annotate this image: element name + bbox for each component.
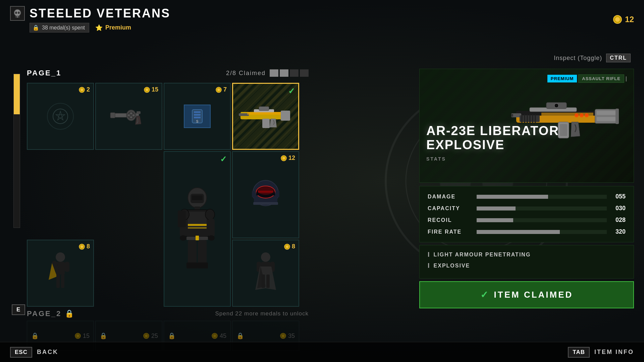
svg-point-52 — [180, 235, 186, 241]
stat-firerate-label: FIRE RATE — [428, 229, 471, 235]
svg-rect-99 — [511, 114, 513, 117]
grid-item-2[interactable]: 15 — [95, 83, 162, 150]
grid-item-3[interactable]: 7 S — [164, 83, 231, 150]
svg-rect-105 — [521, 115, 523, 123]
back-label: BACK — [37, 349, 58, 356]
svg-point-49 — [205, 209, 215, 220]
grid-item-4[interactable]: ✓ — [232, 83, 299, 150]
svg-point-53 — [208, 235, 215, 241]
svg-point-73 — [80, 245, 83, 248]
svg-point-81 — [286, 245, 288, 248]
svg-rect-69 — [252, 191, 255, 197]
weapon-tags: PREMIUM ASSAULT RIFLE | — [547, 74, 627, 83]
soldier-svg — [170, 187, 224, 271]
warbond-name: STEELED VETERANS — [30, 6, 170, 20]
svg-point-120 — [585, 113, 589, 117]
ammo-icon: S — [184, 105, 211, 128]
svg-rect-24 — [137, 111, 141, 114]
info-label: ITEM INFO — [594, 349, 634, 356]
item-content-3: S — [164, 83, 230, 149]
helmet-svg — [247, 178, 284, 212]
grid-item-8[interactable]: 8 — [232, 240, 299, 307]
svg-rect-34 — [281, 111, 290, 121]
item-content-1 — [28, 83, 93, 149]
svg-rect-37 — [259, 107, 269, 111]
page2-lock-icon: 🔒 — [65, 309, 75, 318]
medals-spent-text: 38 medal(s) spent — [42, 25, 85, 31]
stat-firerate-bar-container — [477, 230, 607, 234]
stats-panel: DAMAGE 055 CAPACITY 030 RECOIL 028 — [419, 186, 634, 242]
page2-lock-2: 🔒 — [100, 332, 107, 340]
svg-rect-77 — [65, 262, 69, 272]
bottom-nav-info[interactable]: TAB ITEM INFO — [568, 347, 634, 358]
e-key[interactable]: E — [12, 304, 25, 315]
item-content-8 — [233, 240, 299, 306]
e-nav[interactable]: E — [12, 304, 25, 315]
svg-rect-116 — [615, 109, 619, 124]
medal-count: 12 — [625, 15, 634, 24]
item-checkmark-4: ✓ — [288, 86, 295, 96]
svg-point-20 — [130, 112, 132, 114]
trait-text-2: EXPLOSIVE — [434, 263, 470, 269]
inspect-label: Inspect (Toggle) — [554, 55, 602, 62]
grid-item-1[interactable]: 2 — [27, 83, 94, 150]
svg-rect-51 — [208, 219, 215, 237]
page2-lock-3: 🔒 — [168, 332, 175, 340]
lock-icon: 🔒 — [33, 24, 39, 31]
svg-point-118 — [575, 113, 579, 117]
svg-rect-108 — [529, 115, 531, 123]
weapon-name: AR-23E LIBERATOR EXPLOSIVE — [426, 124, 634, 152]
page-dot-1 — [270, 69, 278, 77]
title-section: STEELED VETERANS 🔒 38 medal(s) spent ⭐ P… — [10, 6, 170, 33]
svg-point-95 — [282, 335, 284, 337]
premium-label: Premium — [105, 24, 131, 31]
grid-item-6[interactable]: 12 — [232, 151, 299, 238]
svg-rect-46 — [188, 224, 207, 226]
tag-divider: | — [626, 76, 627, 82]
page2-cost-2: 25 — [143, 333, 158, 340]
claim-button[interactable]: ✓ ITEM CLAIMED — [419, 281, 634, 308]
tab-key[interactable]: TAB — [568, 347, 590, 358]
svg-rect-59 — [197, 262, 208, 268]
trait-bullet-2: I — [428, 262, 430, 269]
svg-rect-30 — [194, 114, 201, 116]
scrollbar[interactable] — [13, 74, 20, 228]
claim-check-icon: ✓ — [480, 289, 489, 300]
revolver-svg — [107, 104, 151, 129]
item-content-7 — [28, 240, 93, 306]
bottom-nav-back[interactable]: ESC BACK — [10, 347, 58, 358]
scroll-thumb[interactable] — [14, 74, 20, 114]
svg-rect-31 — [194, 117, 201, 118]
svg-rect-57 — [198, 240, 207, 265]
svg-point-12 — [80, 88, 83, 91]
emblem-placeholder — [47, 103, 74, 130]
page2-cost-1: 15 — [75, 333, 90, 340]
stat-damage-value: 055 — [612, 193, 626, 200]
esc-key[interactable]: ESC — [10, 347, 32, 358]
stat-capacity-bar — [477, 206, 516, 210]
stat-capacity-label: CAPACITY — [428, 205, 471, 212]
inspect-bar: Inspect (Toggle) CTRL — [554, 54, 631, 62]
svg-rect-107 — [527, 115, 528, 123]
small-figure2-svg — [251, 250, 281, 297]
warbond-title: STEELED VETERANS — [10, 6, 170, 21]
grid-item-7[interactable]: 8 — [27, 240, 94, 307]
svg-point-62 — [282, 157, 285, 160]
stat-recoil-bar — [477, 218, 513, 222]
page2-lock-1: 🔒 — [31, 332, 39, 340]
svg-point-8 — [18, 12, 20, 14]
svg-point-7 — [15, 12, 17, 14]
grid-item-5[interactable]: ✓ — [164, 151, 231, 307]
svg-point-27 — [217, 88, 220, 91]
page-dot-4 — [300, 69, 309, 77]
svg-rect-115 — [597, 117, 617, 121]
svg-point-14 — [59, 115, 62, 118]
svg-rect-114 — [597, 111, 617, 115]
svg-point-16 — [146, 88, 148, 91]
inspect-key: CTRL — [606, 54, 631, 62]
trait-2: I EXPLOSIVE — [428, 262, 626, 269]
warbond-meta: 🔒 38 medal(s) spent ⭐ Premium — [30, 23, 170, 33]
item-content-6 — [233, 152, 299, 238]
svg-rect-45 — [188, 212, 207, 229]
stat-recoil-label: RECOIL — [428, 217, 471, 223]
